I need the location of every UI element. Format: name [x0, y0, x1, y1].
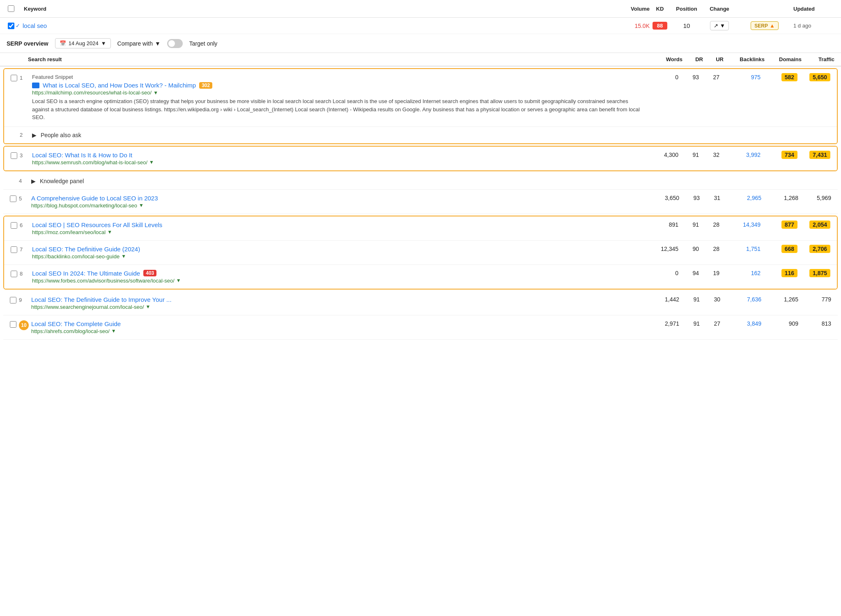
result-row-2: 2 ▶ People also ask [4, 127, 837, 143]
change-button[interactable]: ↗ ▼ [710, 21, 729, 30]
row9-check[interactable] [10, 296, 19, 305]
row10-backlinks: 3,849 [720, 320, 761, 327]
row1-metrics: 0 93 27 975 582 5,650 [646, 74, 830, 80]
serp-arrow-icon: ▲ [770, 23, 775, 29]
row7-dr: 90 [678, 246, 699, 252]
row5-backlinks: 2,965 [720, 195, 761, 201]
row4-title: Knowledge panel [40, 178, 84, 184]
select-all-checkbox[interactable] [7, 4, 16, 13]
row9-backlinks: 7,636 [720, 296, 761, 303]
row6-title-link[interactable]: Local SEO | SEO Resources For All Skill … [32, 221, 162, 228]
row7-traffic: 2,706 [797, 246, 830, 252]
row9-dr: 91 [679, 296, 700, 303]
row8-url: https://www.forbes.com/advisor/business/… [32, 278, 646, 284]
result-row-3: 3 Local SEO: What Is It & How to Do It h… [4, 147, 837, 170]
result-row-9: 9 Local SEO: The Definitive Guide to Imp… [3, 291, 838, 315]
row6-checkbox[interactable] [11, 222, 17, 229]
row7-checkbox[interactable] [11, 246, 17, 253]
volume-column-header: Volume [617, 6, 650, 12]
ur-header: UR [703, 56, 724, 62]
row5-domains: 1,268 [761, 195, 798, 201]
row8-check[interactable] [11, 270, 20, 278]
row3-num: 3 [20, 152, 32, 159]
row7-url-arrow: ▼ [121, 253, 126, 259]
row8-title-link[interactable]: Local SEO In 2024: The Ultimate Guide [32, 270, 140, 277]
keyword-link[interactable]: local seo [23, 22, 47, 29]
keyword-header-bar: Keyword Volume KD Position Change Update… [0, 0, 841, 18]
result-row-4: 4 ▶ Knowledge panel [3, 173, 838, 190]
row8-content: Local SEO In 2024: The Ultimate Guide 40… [32, 270, 646, 284]
change-dropdown-icon: ▼ [720, 23, 725, 29]
row8-domains: 116 [761, 270, 797, 276]
row7-metrics: 12,345 90 28 1,751 668 2,706 [646, 246, 830, 252]
row10-url-arrow: ▼ [111, 328, 116, 334]
row5-title-link[interactable]: A Comprehensive Guide to Local SEO in 20… [31, 195, 158, 202]
trend-icon: ↗ [714, 23, 718, 29]
keyword-row: ✓ local seo 15.0K 88 10 ↗ ▼ SERP ▲ 1 d a… [0, 18, 841, 34]
result-row-8: 8 Local SEO In 2024: The Ultimate Guide … [4, 265, 837, 289]
serp-overview-title: SERP overview [7, 40, 48, 47]
row5-traffic: 5,969 [798, 195, 831, 201]
serp-badge[interactable]: SERP ▲ [751, 21, 779, 30]
row6-num: 6 [20, 221, 32, 228]
volume-value: 15.0K [617, 23, 650, 29]
row7-check[interactable] [11, 246, 20, 254]
row1-title-link[interactable]: What is Local SEO, and How Does It Work?… [43, 82, 196, 89]
select-all-input[interactable] [8, 5, 14, 12]
row5-dr: 93 [679, 195, 700, 201]
row10-title-link[interactable]: Local SEO: The Complete Guide [31, 320, 121, 327]
row8-ur: 19 [699, 270, 719, 276]
keyword-checkbox[interactable] [7, 21, 16, 30]
row1-content: Featured Snippet What is Local SEO, and … [32, 74, 646, 122]
row1-words: 0 [646, 74, 678, 80]
row3-check[interactable] [11, 152, 20, 160]
kd-column-header: KD [650, 6, 670, 12]
row3-metrics: 4,300 91 32 3,992 734 7,431 [646, 152, 830, 158]
row10-num-circle: 10 [19, 320, 29, 330]
row5-check[interactable] [10, 195, 19, 203]
row1-ur: 27 [699, 74, 719, 80]
row10-traffic: 813 [798, 320, 831, 327]
row10-check[interactable] [10, 320, 19, 329]
row1-domains: 582 [761, 74, 797, 80]
row10-checkbox[interactable] [10, 321, 16, 328]
row1-url: https://mailchimp.com/resources/what-is-… [32, 90, 646, 96]
row6-url: https://moz.com/learn/seo/local ▼ [32, 229, 646, 235]
result-row-5: 5 A Comprehensive Guide to Local SEO in … [3, 190, 838, 214]
row6-backlinks: 14,349 [719, 221, 761, 228]
keyword-checkbox-input[interactable] [8, 23, 14, 29]
row10-words: 2,971 [646, 320, 679, 327]
row8-num: 8 [20, 270, 32, 277]
row5-url-arrow: ▼ [139, 202, 144, 208]
compare-with-button[interactable]: Compare with ▼ [117, 40, 161, 47]
row2-arrow: ▶ [32, 132, 37, 138]
row7-words: 12,345 [646, 246, 678, 252]
highlight-group-3: 3 Local SEO: What Is It & How to Do It h… [3, 146, 838, 171]
dr-header: DR [682, 56, 703, 62]
row8-checkbox[interactable] [11, 271, 17, 277]
row2-content: ▶ People also ask [32, 132, 646, 138]
row3-ur: 32 [699, 152, 719, 158]
row9-url-arrow: ▼ [146, 304, 151, 310]
row1-checkbox[interactable] [11, 75, 17, 81]
row8-dr: 94 [678, 270, 699, 276]
row9-ur: 30 [700, 296, 720, 303]
row9-checkbox[interactable] [10, 297, 16, 303]
row1-check[interactable] [11, 74, 20, 83]
row6-traffic: 2,054 [797, 221, 830, 228]
result-row-1: 1 Featured Snippet What is Local SEO, an… [4, 69, 837, 127]
row3-title-link[interactable]: Local SEO: What Is It & How to Do It [32, 152, 132, 159]
target-only-toggle[interactable] [167, 39, 183, 48]
compare-with-label: Compare with [117, 40, 153, 47]
row1-dr: 93 [678, 74, 699, 80]
row5-checkbox[interactable] [10, 195, 16, 202]
row6-check[interactable] [11, 221, 20, 230]
row3-checkbox[interactable] [11, 152, 17, 159]
row9-title-link[interactable]: Local SEO: The Definitive Guide to Impro… [31, 296, 172, 303]
date-picker-button[interactable]: 📅 14 Aug 2024 ▼ [55, 38, 111, 48]
updated-value: 1 d ago [793, 23, 834, 29]
row9-words: 1,442 [646, 296, 679, 303]
words-header: Words [650, 56, 682, 62]
row7-title-link[interactable]: Local SEO: The Definitive Guide (2024) [32, 246, 140, 253]
row1-title-line: What is Local SEO, and How Does It Work?… [32, 82, 646, 89]
